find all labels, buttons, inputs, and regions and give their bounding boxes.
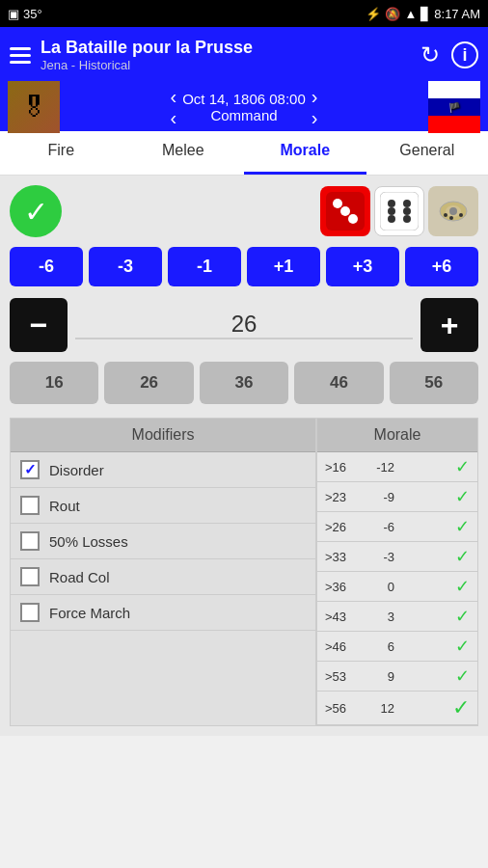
quick-values: 16 26 36 46 56 <box>10 362 478 404</box>
white-die[interactable] <box>374 186 424 236</box>
mod-plus3[interactable]: +3 <box>326 247 399 286</box>
road-col-label: Road Col <box>49 569 110 585</box>
morale-row-0: >16 -12 ✓ <box>317 452 477 482</box>
svg-point-3 <box>340 206 350 216</box>
tab-general[interactable]: General <box>366 131 489 175</box>
quick-56[interactable]: 56 <box>390 362 478 404</box>
modifiers-header: Modifiers <box>11 419 315 452</box>
morale-range-3: >33 <box>325 550 362 564</box>
modifier-force-march: Force March <box>11 595 315 631</box>
svg-point-9 <box>388 215 395 223</box>
app-header: La Bataille pour la Prusse Jena - Histor… <box>0 27 488 83</box>
morale-range-0: >16 <box>325 460 362 475</box>
morale-range-4: >36 <box>325 580 362 594</box>
force-march-checkbox[interactable] <box>20 603 40 622</box>
modifier-buttons: -6 -3 -1 +1 +3 +6 <box>10 247 478 286</box>
temperature: 35° <box>23 7 42 21</box>
morale-row-1: >23 -9 ✓ <box>317 482 477 512</box>
tab-morale[interactable]: Morale <box>244 131 366 175</box>
morale-check-3: ✓ <box>455 546 470 567</box>
app-title: La Bataille pour la Prusse <box>41 38 253 58</box>
app-header-title: La Bataille pour la Prusse Jena - Histor… <box>41 38 253 72</box>
road-col-checkbox[interactable] <box>20 567 40 586</box>
morale-check-6: ✓ <box>455 636 470 657</box>
quick-46[interactable]: 46 <box>294 362 383 404</box>
morale-range-8: >56 <box>325 701 362 716</box>
rout-label: Rout <box>49 498 80 514</box>
morale-value-3: -3 <box>366 550 394 564</box>
dice-row: ✓ <box>10 185 478 237</box>
morale-check-5: ✓ <box>455 606 470 627</box>
next-arrow-top[interactable]: › <box>312 87 318 106</box>
morale-check-4: ✓ <box>455 576 470 597</box>
fifty-pct-label: 50% Losses <box>49 533 128 550</box>
quick-26[interactable]: 26 <box>104 362 193 404</box>
fifty-pct-checkbox[interactable] <box>20 531 40 551</box>
quick-16[interactable]: 16 <box>10 362 98 404</box>
checkmark-button[interactable]: ✓ <box>10 185 62 237</box>
menu-button[interactable] <box>10 47 31 64</box>
svg-point-8 <box>403 207 411 215</box>
nav-date: Oct 14, 1806 08:00 <box>182 91 306 107</box>
morale-section: Morale >16 -12 ✓ >23 -9 ✓ >26 -6 ✓ >33 -… <box>316 418 478 726</box>
mod-minus6[interactable]: -6 <box>10 247 83 286</box>
app-header-left: La Bataille pour la Prusse Jena - Histor… <box>10 38 253 72</box>
mod-plus1[interactable]: +1 <box>247 247 320 286</box>
quick-36[interactable]: 36 <box>200 362 288 404</box>
morale-check-0: ✓ <box>455 456 470 477</box>
mod-minus1[interactable]: -1 <box>168 247 241 286</box>
svg-point-15 <box>459 213 463 217</box>
status-left: ▣ 35° <box>8 7 42 21</box>
increment-button[interactable]: + <box>420 298 478 352</box>
mod-minus3[interactable]: -3 <box>89 247 162 286</box>
morale-range-6: >46 <box>325 639 362 654</box>
unit-image: 🎖 <box>8 81 60 133</box>
morale-value-6: 6 <box>366 639 394 654</box>
modifier-rout: Rout <box>11 488 315 524</box>
modifier-50pct: 50% Losses <box>11 524 315 559</box>
next-arrow-bottom[interactable]: › <box>312 108 318 127</box>
svg-point-13 <box>449 207 457 215</box>
decrement-button[interactable]: − <box>10 298 68 352</box>
morale-check-2: ✓ <box>455 516 470 537</box>
morale-row-5: >43 3 ✓ <box>317 602 477 632</box>
prev-arrow-top[interactable]: ‹ <box>171 87 177 106</box>
svg-point-10 <box>403 215 411 223</box>
checkmark-icon: ✓ <box>24 195 48 229</box>
prev-arrows[interactable]: ‹ ‹ <box>171 87 177 127</box>
wifi-icon: ▲ <box>404 7 417 21</box>
tool-button[interactable] <box>428 186 478 236</box>
svg-point-6 <box>403 200 411 207</box>
mute-icon: 🔕 <box>385 7 400 21</box>
svg-point-2 <box>348 214 358 224</box>
morale-row-6: >46 6 ✓ <box>317 632 477 662</box>
morale-value-2: -6 <box>366 520 394 534</box>
value-input[interactable] <box>75 311 413 339</box>
dice-container <box>320 186 478 236</box>
disorder-checkbox[interactable] <box>20 460 40 479</box>
prev-arrow-bottom[interactable]: ‹ <box>171 108 177 127</box>
info-button[interactable]: i <box>451 41 478 68</box>
morale-check-1: ✓ <box>455 486 470 507</box>
rout-checkbox[interactable] <box>20 496 40 515</box>
morale-check-7: ✓ <box>455 665 470 687</box>
next-arrows[interactable]: › › <box>312 87 318 127</box>
morale-value-7: 9 <box>366 669 394 684</box>
morale-value-8: 12 <box>366 701 394 716</box>
two-col-section: Modifiers Disorder Rout 50% Losses Road … <box>10 418 478 726</box>
morale-row-7: >53 9 ✓ <box>317 662 477 692</box>
mod-plus6[interactable]: +6 <box>405 247 478 286</box>
tabs: Fire Melee Morale General <box>0 131 488 176</box>
morale-value-1: -9 <box>366 490 394 504</box>
refresh-button[interactable]: ↻ <box>420 41 440 68</box>
red-die[interactable] <box>320 186 370 236</box>
tab-melee[interactable]: Melee <box>122 131 245 175</box>
tab-fire[interactable]: Fire <box>0 131 122 175</box>
app-header-right: ↻ i <box>420 41 478 68</box>
nav-label: Command <box>210 107 277 123</box>
bluetooth-icon: ⚡ <box>366 7 381 21</box>
modifier-road-col: Road Col <box>11 559 315 595</box>
morale-check-8: ✓ <box>452 695 470 720</box>
disorder-label: Disorder <box>49 462 104 478</box>
status-bar: ▣ 35° ⚡ 🔕 ▲ ▊ 8:17 AM <box>0 0 488 27</box>
